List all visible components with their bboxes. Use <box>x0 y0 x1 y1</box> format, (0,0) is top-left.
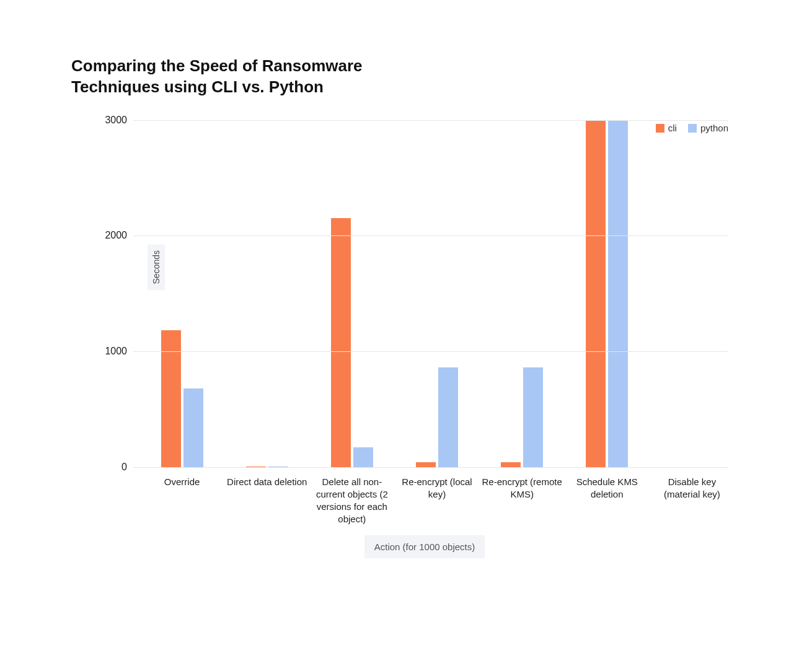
chart-area: Seconds 0100020003000 OverrideDirect dat… <box>96 120 728 467</box>
x-labels-layer: OverrideDirect data deletionDelete all n… <box>133 467 728 476</box>
bar-cli <box>331 218 351 467</box>
bar-group <box>312 218 392 467</box>
bar-group <box>397 367 477 467</box>
bars-layer <box>133 120 728 467</box>
bar-cli <box>416 462 436 467</box>
plot-area: Seconds 0100020003000 <box>133 120 728 467</box>
gridline <box>133 235 728 236</box>
bar-python <box>608 120 628 467</box>
bar-python <box>353 447 373 467</box>
gridline <box>133 120 728 121</box>
y-tick-label: 0 <box>121 462 127 473</box>
bar-cli <box>586 120 606 467</box>
bar-group <box>567 120 647 467</box>
x-tick-label: Delete all non-current objects (2 versio… <box>312 476 392 526</box>
y-tick-label: 2000 <box>105 230 127 241</box>
bar-python <box>183 388 203 467</box>
x-tick-label: Schedule KMS deletion <box>567 476 647 501</box>
x-tick-label: Disable key (material key) <box>651 476 732 501</box>
x-axis-label: Action (for 1000 objects) <box>364 535 485 558</box>
x-tick-label: Re-encrypt (remote KMS) <box>482 476 562 501</box>
bar-python <box>523 367 543 467</box>
bar-cli <box>501 462 521 467</box>
chart-title: Comparing the Speed of Ransomware Techni… <box>71 56 443 98</box>
y-tick-label: 1000 <box>105 346 127 357</box>
gridline <box>133 351 728 352</box>
x-tick-label: Re-encrypt (local key) <box>397 476 477 501</box>
bar-group <box>482 367 562 467</box>
x-tick-label: Direct data deletion <box>227 476 307 488</box>
x-tick-label: Override <box>142 476 223 488</box>
bar-python <box>438 367 458 467</box>
y-tick-label: 3000 <box>105 115 127 126</box>
